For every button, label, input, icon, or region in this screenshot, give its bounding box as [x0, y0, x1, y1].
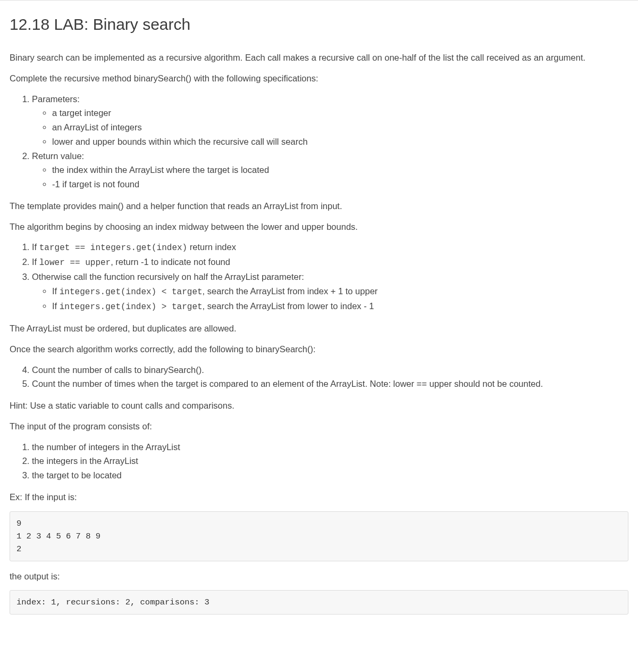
algo-step-3: Otherwise call the function recursively …	[32, 270, 628, 313]
return-bullet: the index within the ArrayList where the…	[52, 163, 628, 177]
spec-item-label: Return value:	[32, 151, 84, 161]
algo-step-1: If target == integers.get(index) return …	[32, 240, 628, 254]
algo-step-3-bullets: If integers.get(index) < target, search …	[32, 285, 628, 313]
step-prefix: If	[32, 257, 39, 267]
parameters-bullets: a target integer an ArrayList of integer…	[32, 106, 628, 148]
return-bullets: the index within the ArrayList where the…	[32, 163, 628, 191]
example-input-block: 9 1 2 3 4 5 6 7 8 9 2	[10, 511, 628, 561]
inline-code: target == integers.get(index)	[39, 243, 187, 253]
count-steps-list: Count the number of calls to binarySearc…	[10, 363, 628, 391]
algo-bullet: If integers.get(index) < target, search …	[52, 285, 628, 298]
step-suffix: , return -1 to indicate not found	[111, 257, 230, 267]
example-input-label: Ex: If the input is:	[10, 491, 628, 504]
once-works-paragraph: Once the search algorithm works correctl…	[10, 343, 628, 356]
intro-paragraph-2: Complete the recursive method binarySear…	[10, 72, 628, 85]
ordered-paragraph: The ArrayList must be ordered, but dupli…	[10, 322, 628, 335]
bullet-suffix: , search the ArrayList from index + 1 to…	[203, 286, 378, 296]
template-paragraph: The template provides main() and a helpe…	[10, 200, 628, 213]
inline-code: integers.get(index) < target	[60, 287, 203, 297]
input-item: the number of integers in the ArrayList	[32, 441, 628, 454]
inline-code: integers.get(index) > target	[60, 302, 203, 312]
algorithm-intro: The algorithm begins by choosing an inde…	[10, 220, 628, 234]
count-step-5: Count the number of times when the targe…	[32, 377, 628, 391]
param-bullet: a target integer	[52, 106, 628, 120]
algo-step-2: If lower == upper, return -1 to indicate…	[32, 255, 628, 269]
input-intro-paragraph: The input of the program consists of:	[10, 420, 628, 433]
inline-code: lower == upper	[39, 258, 111, 268]
bullet-suffix: , search the ArrayList from lower to ind…	[203, 301, 374, 311]
spec-item-return: Return value: the index within the Array…	[32, 150, 628, 191]
algo-bullet: If integers.get(index) > target, search …	[52, 300, 628, 313]
spec-item-label: Parameters:	[32, 94, 80, 104]
step-suffix: return index	[187, 242, 236, 252]
step-prefix: If	[32, 242, 39, 252]
return-bullet: -1 if target is not found	[52, 178, 628, 191]
example-output-block: index: 1, recursions: 2, comparisons: 3	[10, 590, 628, 615]
input-items-list: the number of integers in the ArrayList …	[10, 441, 628, 482]
bullet-prefix: If	[52, 286, 60, 296]
param-bullet: an ArrayList of integers	[52, 121, 628, 134]
spec-item-parameters: Parameters: a target integer an ArrayLis…	[32, 93, 628, 148]
algorithm-steps: If target == integers.get(index) return …	[10, 240, 628, 313]
specification-list: Parameters: a target integer an ArrayLis…	[10, 93, 628, 191]
example-output-label: the output is:	[10, 570, 628, 583]
intro-paragraph-1: Binary search can be implemented as a re…	[10, 51, 628, 64]
param-bullet: lower and upper bounds within which the …	[52, 135, 628, 148]
hint-paragraph: Hint: Use a static variable to count cal…	[10, 399, 628, 412]
input-item: the integers in the ArrayList	[32, 454, 628, 468]
bullet-prefix: If	[52, 301, 60, 311]
input-item: the target to be located	[32, 469, 628, 482]
count-step-4: Count the number of calls to binarySearc…	[32, 363, 628, 377]
page-title: 12.18 LAB: Binary search	[10, 9, 628, 36]
step-label: Otherwise call the function recursively …	[32, 272, 304, 281]
